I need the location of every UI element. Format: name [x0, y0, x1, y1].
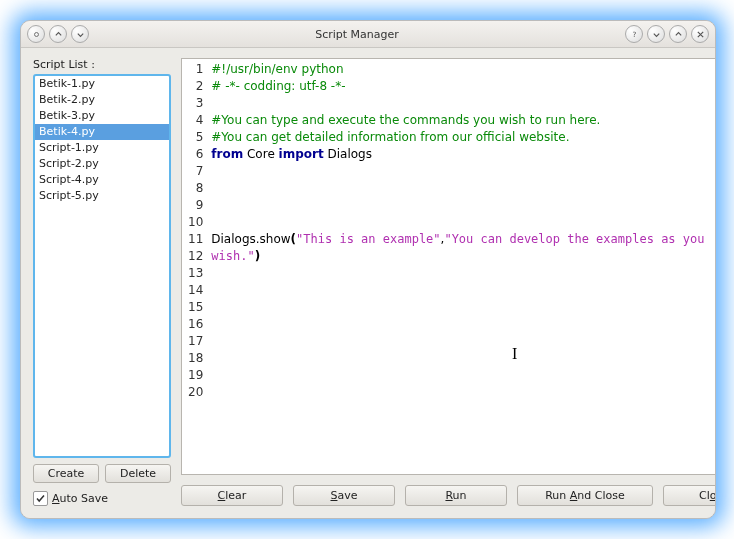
line-gutter: 1234567891011121314151617181920	[182, 59, 207, 474]
minimize-icon[interactable]	[647, 25, 665, 43]
sidebar: Script List : Betik-1.pyBetik-2.pyBetik-…	[33, 58, 171, 506]
titlebar: Script Manager ?	[21, 21, 715, 48]
footer-buttons: Clear Save Run Run And Close Close	[181, 485, 716, 506]
script-list-item[interactable]: Betik-1.py	[35, 76, 169, 92]
script-list-item[interactable]: Betik-2.py	[35, 92, 169, 108]
editor-column: 1234567891011121314151617181920 #!/usr/b…	[181, 58, 716, 506]
svg-text:?: ?	[632, 30, 636, 39]
run-button[interactable]: Run	[405, 485, 507, 506]
create-button[interactable]: Create	[33, 464, 99, 483]
autosave-checkbox[interactable]	[33, 491, 48, 506]
script-list-item[interactable]: Betik-4.py	[35, 124, 169, 140]
save-button[interactable]: Save	[293, 485, 395, 506]
maximize-icon[interactable]	[669, 25, 687, 43]
autosave-label: Auto Save	[52, 492, 108, 505]
svg-point-0	[34, 32, 38, 36]
clear-button[interactable]: Clear	[181, 485, 283, 506]
autosave-row[interactable]: Auto Save	[33, 491, 171, 506]
script-list[interactable]: Betik-1.pyBetik-2.pyBetik-3.pyBetik-4.py…	[33, 74, 171, 458]
script-list-label: Script List :	[33, 58, 171, 71]
titlebar-rollup-icon[interactable]	[49, 25, 67, 43]
titlebar-menu-icon[interactable]	[27, 25, 45, 43]
script-list-item[interactable]: Script-2.py	[35, 156, 169, 172]
close-icon[interactable]	[691, 25, 709, 43]
help-icon[interactable]: ?	[625, 25, 643, 43]
script-list-item[interactable]: Script-5.py	[35, 188, 169, 204]
delete-button[interactable]: Delete	[105, 464, 171, 483]
code-editor[interactable]: 1234567891011121314151617181920 #!/usr/b…	[181, 58, 716, 475]
code-area[interactable]: #!/usr/bin/env python# -*- codding: utf-…	[207, 59, 716, 474]
window: Script Manager ? Script List : Betik-1.p…	[20, 20, 716, 519]
body: Script List : Betik-1.pyBetik-2.pyBetik-…	[21, 48, 715, 518]
close-button[interactable]: Close	[663, 485, 716, 506]
window-title: Script Manager	[89, 28, 625, 41]
run-and-close-button[interactable]: Run And Close	[517, 485, 653, 506]
script-list-item[interactable]: Script-4.py	[35, 172, 169, 188]
titlebar-rolldown-icon[interactable]	[71, 25, 89, 43]
script-list-item[interactable]: Script-1.py	[35, 140, 169, 156]
script-list-item[interactable]: Betik-3.py	[35, 108, 169, 124]
